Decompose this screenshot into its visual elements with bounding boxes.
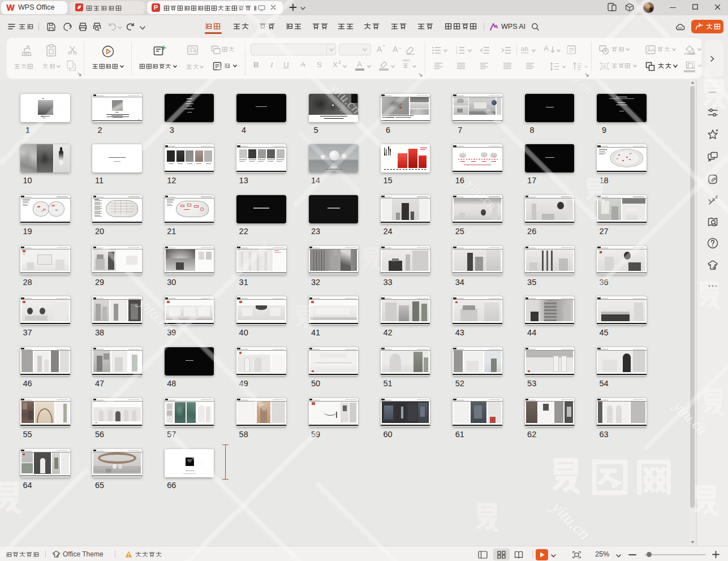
svg-text:A: A bbox=[602, 63, 606, 69]
svg-text:3: 3 bbox=[456, 51, 458, 54]
